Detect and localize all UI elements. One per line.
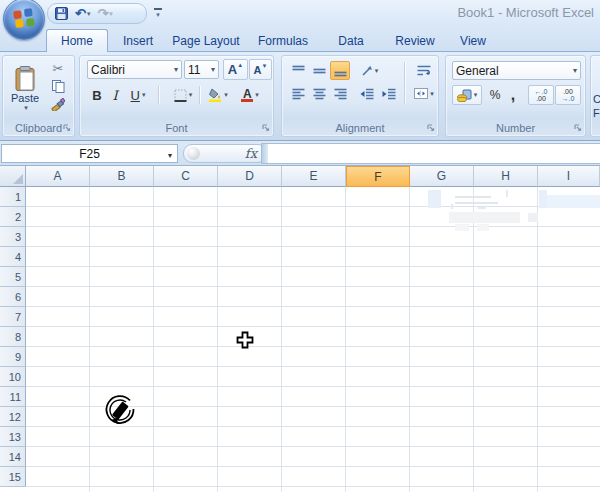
clipboard-dialog-launcher[interactable] [61, 122, 72, 133]
percent-style-button[interactable]: % [486, 85, 504, 105]
tab-insert[interactable]: Insert [112, 30, 164, 52]
font-separator2 [199, 86, 200, 104]
underline-button[interactable]: U ▾ [125, 85, 151, 105]
accounting-dropdown-arrow[interactable]: ▾ [474, 91, 478, 99]
comma-style-button[interactable]: , [506, 85, 520, 105]
column-header-c[interactable]: C [154, 166, 218, 187]
number-format-combo[interactable]: General ▾ [452, 61, 581, 80]
name-box-dropdown-arrow[interactable]: ▾ [168, 151, 172, 160]
font-name-combo[interactable]: Calibri ▾ [87, 60, 182, 79]
borders-dropdown-arrow[interactable]: ▾ [189, 91, 193, 99]
align-right-button[interactable] [330, 84, 350, 103]
copy-button[interactable] [46, 78, 70, 95]
accounting-format-button[interactable]: ▾ [452, 85, 482, 105]
bold-button[interactable]: B [88, 85, 106, 105]
row-header-11[interactable]: 11 [0, 387, 26, 407]
tab-page-layout[interactable]: Page Layout [168, 30, 244, 52]
tab-view[interactable]: View [450, 30, 496, 52]
column-header-f-active[interactable]: F [346, 166, 410, 187]
decrease-decimal-button[interactable]: .00 →.0 [555, 85, 581, 105]
column-header-i[interactable]: I [538, 166, 600, 187]
undo-dropdown-arrow[interactable]: ▾ [87, 10, 91, 17]
bottom-align-button[interactable] [330, 61, 350, 80]
underline-dropdown-arrow[interactable]: ▾ [142, 91, 146, 99]
name-box[interactable]: F25 ▾ [1, 144, 178, 163]
decrease-indent-button[interactable] [356, 84, 377, 103]
tab-review[interactable]: Review [386, 30, 444, 52]
save-button[interactable] [53, 5, 70, 22]
row-header-2[interactable]: 2 [0, 207, 26, 227]
cut-button[interactable]: ✂ [46, 60, 70, 77]
alignment-dialog-launcher[interactable] [425, 122, 436, 133]
row-header-8[interactable]: 8 [0, 327, 26, 347]
grow-font-button[interactable]: A ▲ [223, 59, 248, 80]
row-header-6[interactable]: 6 [0, 287, 26, 307]
column-header-g[interactable]: G [410, 166, 474, 187]
row-header-15[interactable]: 15 [0, 467, 26, 487]
column-header-h[interactable]: H [474, 166, 538, 187]
font-color-button[interactable]: A ▾ [235, 85, 265, 105]
undo-button[interactable]: ↶ ▾ [73, 5, 92, 22]
middle-align-button[interactable] [309, 61, 329, 80]
spreadsheet-cells[interactable] [26, 187, 600, 492]
undo-icon: ↶ [75, 7, 86, 20]
row-header-7[interactable]: 7 [0, 307, 26, 327]
number-format-dropdown-arrow[interactable]: ▾ [573, 66, 577, 75]
font-size-dropdown-arrow[interactable]: ▾ [211, 65, 215, 74]
row-header-1[interactable]: 1 [0, 187, 26, 207]
increase-indent-button[interactable] [378, 84, 399, 103]
align-center-button[interactable] [309, 84, 329, 103]
increase-decimal-button[interactable]: ←.0 .00 [528, 85, 554, 105]
borders-button[interactable]: ▾ [169, 85, 197, 105]
top-align-button[interactable] [288, 61, 308, 80]
row-header-9[interactable]: 9 [0, 347, 26, 367]
styles-group-partial: C F [590, 55, 600, 137]
tab-formulas[interactable]: Formulas [250, 30, 316, 52]
font-name-dropdown-arrow[interactable]: ▾ [174, 65, 178, 74]
fill-color-button[interactable]: ▾ [203, 85, 233, 105]
column-header-a[interactable]: A [26, 166, 90, 187]
formula-bar-input[interactable] [268, 143, 600, 164]
fx-icon: fx [245, 146, 257, 161]
row-header-10[interactable]: 10 [0, 367, 26, 387]
font-color-dropdown-arrow[interactable]: ▾ [255, 91, 259, 99]
number-dialog-launcher[interactable] [572, 122, 583, 133]
column-header-b[interactable]: B [90, 166, 154, 187]
decrease-indent-icon [360, 88, 374, 100]
paste-dropdown-arrow[interactable]: ▾ [24, 104, 28, 112]
office-button[interactable] [3, 0, 45, 40]
redo-button[interactable]: ↷ ▾ [95, 5, 114, 22]
merge-center-button[interactable]: ▾ [410, 84, 438, 103]
redo-dropdown-arrow[interactable]: ▾ [109, 10, 113, 17]
format-painter-button[interactable] [46, 96, 70, 113]
font-dialog-launcher[interactable] [260, 122, 271, 133]
row-header-12[interactable]: 12 [0, 407, 26, 427]
row-header-3[interactable]: 3 [0, 227, 26, 247]
merge-center-dropdown-arrow[interactable]: ▾ [430, 90, 434, 98]
row-header-13[interactable]: 13 [0, 427, 26, 447]
italic-label: I [112, 88, 117, 103]
orientation-icon [361, 65, 373, 77]
tab-home[interactable]: Home [46, 29, 108, 52]
row-header-5[interactable]: 5 [0, 267, 26, 287]
align-right-icon [334, 88, 347, 100]
italic-button[interactable]: I [107, 85, 123, 105]
font-size-combo[interactable]: 11 ▾ [184, 60, 219, 79]
shrink-font-button[interactable]: A ▼ [249, 59, 272, 80]
customize-quick-access-button[interactable]: ▾ [150, 6, 166, 21]
select-all-button[interactable] [0, 166, 26, 187]
paste-button[interactable]: Paste ▾ [6, 59, 44, 119]
column-header-d[interactable]: D [218, 166, 282, 187]
paste-label: Paste [11, 92, 39, 104]
insert-function-area[interactable]: fx [183, 144, 267, 163]
orientation-button[interactable]: ▾ [356, 61, 383, 80]
align-left-button[interactable] [288, 84, 308, 103]
orientation-dropdown-arrow[interactable]: ▾ [375, 67, 379, 75]
column-header-e[interactable]: E [282, 166, 346, 187]
wrap-text-button[interactable] [412, 61, 436, 80]
row-header-4[interactable]: 4 [0, 247, 26, 267]
tab-data[interactable]: Data [328, 30, 374, 52]
fill-color-dropdown-arrow[interactable]: ▾ [224, 91, 228, 99]
row-header-14[interactable]: 14 [0, 447, 26, 467]
scissors-icon: ✂ [53, 61, 64, 76]
